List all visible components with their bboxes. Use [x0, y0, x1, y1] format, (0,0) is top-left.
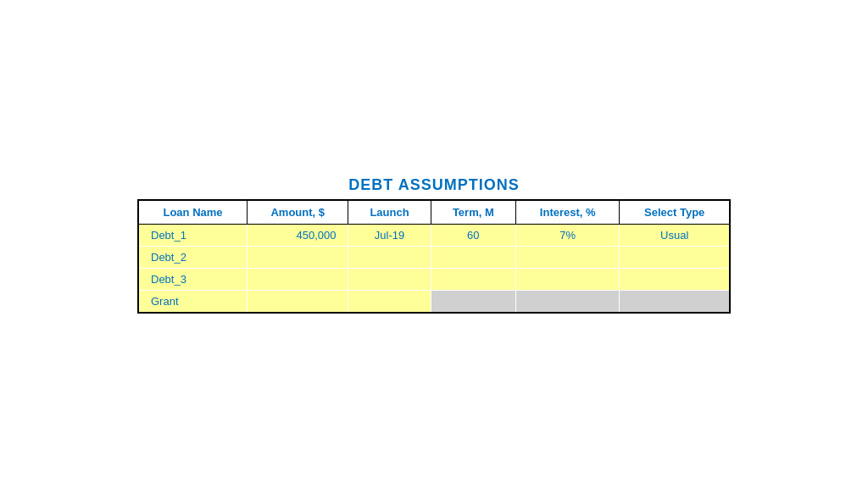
table-cell-row2-col1[interactable] [248, 268, 348, 290]
table-row: Debt_3 [138, 268, 730, 290]
table-header-row: Loan Name Amount, $ Launch Term, M Inter… [138, 200, 730, 225]
table-cell-row1-col1[interactable] [248, 246, 348, 268]
table-cell-row1-col0[interactable]: Debt_2 [138, 246, 248, 268]
col-header-interest: Interest, % [516, 200, 620, 225]
table-cell-row1-col3[interactable] [431, 246, 516, 268]
table-cell-row0-col5[interactable]: Usual [620, 224, 730, 246]
table-cell-row2-col2[interactable] [348, 268, 431, 290]
col-header-loan-name: Loan Name [138, 200, 248, 225]
table-cell-row2-col3[interactable] [431, 268, 516, 290]
main-container: DEBT ASSUMPTIONS Loan Name Amount, $ Lau… [137, 176, 731, 314]
debt-assumptions-table: Loan Name Amount, $ Launch Term, M Inter… [137, 199, 731, 314]
table-cell-row0-col2[interactable]: Jul-19 [348, 224, 431, 246]
table-cell-row1-col2[interactable] [348, 246, 431, 268]
table-row: Grant [138, 290, 730, 313]
table-cell-row0-col0[interactable]: Debt_1 [138, 224, 248, 246]
table-cell-row3-col1[interactable] [248, 290, 348, 313]
table-cell-row3-col5[interactable] [620, 290, 730, 313]
table-cell-row2-col5[interactable] [620, 268, 730, 290]
col-header-launch: Launch [348, 200, 431, 225]
col-header-amount: Amount, $ [248, 200, 348, 225]
col-header-term: Term, M [431, 200, 516, 225]
table-cell-row3-col0[interactable]: Grant [138, 290, 248, 313]
table-cell-row0-col4[interactable]: 7% [516, 224, 620, 246]
table-cell-row3-col4[interactable] [516, 290, 620, 313]
table-row: Debt_1450,000Jul-19607%Usual [138, 224, 730, 246]
table-cell-row0-col3[interactable]: 60 [431, 224, 516, 246]
table-cell-row3-col3[interactable] [431, 290, 516, 313]
table-cell-row0-col1[interactable]: 450,000 [248, 224, 348, 246]
table-cell-row2-col0[interactable]: Debt_3 [138, 268, 248, 290]
table-cell-row3-col2[interactable] [348, 290, 431, 313]
table-title: DEBT ASSUMPTIONS [348, 176, 519, 194]
table-cell-row2-col4[interactable] [516, 268, 620, 290]
table-cell-row1-col5[interactable] [620, 246, 730, 268]
col-header-select-type: Select Type [620, 200, 730, 225]
table-row: Debt_2 [138, 246, 730, 268]
table-cell-row1-col4[interactable] [516, 246, 620, 268]
